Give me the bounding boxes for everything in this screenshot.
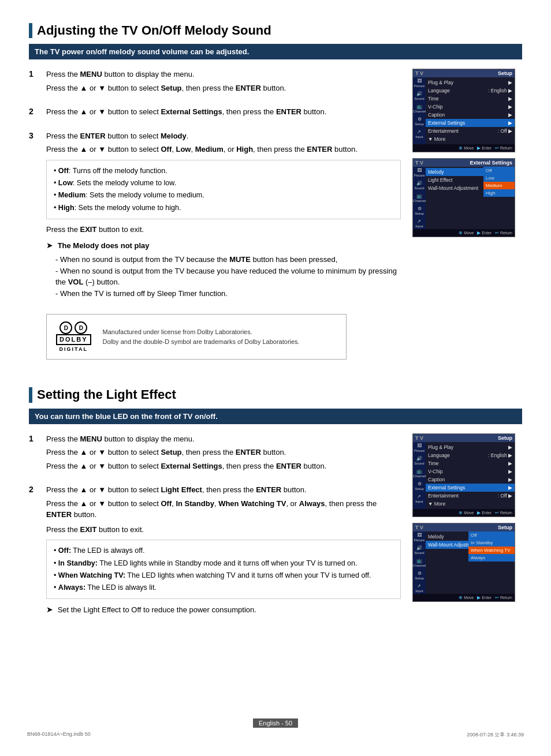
light-icon-input: ↗Input [415, 583, 423, 593]
melody-popup: Off Low Medium High [483, 167, 515, 197]
tv-ext-sidebar: 🖼Picture 🔊Sound 📺Channel ⚙Setup ↗Input M… [413, 167, 515, 229]
note-item-medium: Medium: Sets the melody volume to medium… [54, 189, 393, 201]
tip-item3: When the TV is turned off by Sleep Timer… [55, 288, 401, 300]
tv-label-2: T V [415, 435, 423, 441]
tip-item1: When no sound is output from the TV beca… [55, 254, 401, 265]
menu-item-entertainment: Entertainment: Off ▶ [426, 127, 515, 135]
section2-col-left: 1 Press the MENU button to display the m… [29, 433, 401, 631]
section1: Adjusting the TV On/Off Melody Sound The… [29, 23, 522, 370]
ext-footer-return: ↩ Return [495, 230, 512, 235]
s2-step1-line2: Press the ▲ or ▼ button to select Setup,… [46, 447, 401, 458]
note-item-high: High: Sets the melody volume to high. [54, 202, 393, 214]
tv-menu-icons-1: 🖼Picture 🔊Sound 📺Channel ⚙Setup ↗Input [413, 77, 426, 144]
s2-menu-vchip: V-Chip▶ [426, 467, 515, 476]
s2-menu-caption: Caption▶ [426, 476, 515, 484]
section1-step2: 2 Press the ▲ or ▼ button to select Exte… [29, 106, 401, 120]
s2-icon-sound: 🔊Sound [414, 456, 424, 465]
section1-col-left: 1 Press the MENU button to display the m… [29, 69, 401, 370]
ext-icon-sound: 🔊Sound [414, 181, 424, 190]
step3-content: Press the ENTER button to select Melody.… [46, 130, 401, 304]
section2-note-box: Off: The LED is always off. In Standby: … [46, 540, 401, 599]
section2-exit: Press the EXIT button to exit. [46, 524, 401, 536]
tv-menu-items-1: Plug & Play▶ Language: English ▶ Time▶ V… [426, 77, 515, 144]
section1-title-bar: Adjusting the TV On/Off Melody Sound [29, 23, 522, 38]
tv-title-ext: External Settings [470, 160, 512, 166]
section1-blue-bar [29, 23, 32, 38]
light-popup: Off In Standby When Watching TV Always [468, 532, 515, 562]
tv-ext-icons: 🖼Picture 🔊Sound 📺Channel ⚙Setup ↗Input [413, 167, 426, 229]
s2-step1-num: 1 [29, 433, 46, 474]
page-number-box: English - 50 [253, 718, 298, 728]
inline-menu-wrap-2: T V Setup 🖼Picture 🔊Sound 📺Channel ⚙Setu… [412, 433, 522, 602]
page: Adjusting the TV On/Off Melody Sound The… [0, 0, 551, 756]
step3-num: 3 [29, 130, 46, 304]
section2-col-right: T V Setup 🖼Picture 🔊Sound 📺Channel ⚙Setu… [412, 433, 522, 631]
popup-high: High [483, 189, 515, 197]
tv-menu-items-2: Plug & Play▶ Language: English ▶ Time▶ V… [426, 442, 515, 509]
note-item-low: Low: Sets the melody volume to low. [54, 177, 393, 189]
tv-light-sidebar: 🖼Picture 🔊Sound 📺Channel ⚙Setup ↗Input M… [413, 532, 515, 594]
tv-ext-footer: ⊕ Move ▶ Enter ↩ Return [413, 229, 515, 237]
tip-title-line: ➤ The Melody does not play [46, 239, 401, 252]
s2-menu-time: Time▶ [426, 459, 515, 467]
ext-icon-setup: ⚙Setup [415, 206, 424, 215]
ext-icon-channel: 📺Channel [413, 193, 426, 203]
s2-menu-plug: Plug & Play▶ [426, 443, 515, 451]
s2-menu-more: ▼ More [426, 500, 515, 508]
section1-tip: ➤ The Melody does not play When no sound… [46, 239, 401, 299]
footer-filenames: BN68-01814A~Eng.indb 50 2008-07-28 오후 3:… [27, 731, 524, 739]
dolby-desc2: Dolby and the double-D symbol are tradem… [103, 337, 300, 347]
section2: Setting the Light Effect You can turn th… [29, 387, 522, 631]
section2-title: Setting the Light Effect [37, 387, 176, 402]
tv-light-menu: T V Setup 🖼Picture 🔊Sound 📺Channel ⚙Setu… [412, 523, 515, 602]
popup-low: Low [483, 174, 515, 182]
footer-move: ⊕ Move [459, 145, 474, 151]
tv-title-1: Setup [498, 70, 512, 76]
menu-item-language: Language: English ▶ [426, 87, 515, 95]
section1-title: Adjusting the TV On/Off Melody Sound [37, 23, 271, 38]
tv-light-header: T V Setup [413, 523, 515, 532]
tv-setup-menu-2: T V Setup 🖼Picture 🔊Sound 📺Channel ⚙Setu… [412, 433, 515, 517]
step1-content: Press the MENU button to display the men… [46, 69, 401, 96]
s2-menu-entertainment: Entertainment: Off ▶ [426, 492, 515, 500]
dolby-desc1: Manufactured under license from Dolby La… [103, 327, 300, 337]
tv-light-footer: ⊕ Move ▶ Enter ↩ Return [413, 594, 515, 601]
menu-item-time: Time▶ [426, 95, 515, 103]
section2-step1: 1 Press the MENU button to display the m… [29, 433, 401, 474]
icon-setup: ⚙Setup [415, 117, 424, 126]
step1-num: 1 [29, 69, 46, 96]
light-footer-enter: ▶ Enter [477, 595, 492, 600]
menu-item-more: ▼ More [426, 135, 515, 143]
s2-tip-line: ➤ Set the Light Effect to Off to reduce … [46, 604, 401, 616]
menu-item-ext-hl: External Settings▶ [426, 119, 515, 127]
s2-note-watching: When Watching TV: The LED lights when wa… [54, 570, 393, 582]
light-popup-watching: When Watching TV [468, 547, 515, 554]
tv-title-light: Setup [498, 525, 512, 530]
dolby-description: Manufactured under license from Dolby La… [103, 327, 300, 346]
tv-label-1: T V [415, 70, 423, 76]
step2-num: 2 [29, 106, 46, 120]
tv-ext-header-1: T V External Settings [413, 159, 515, 167]
section2-step2: 2 Press the ▲ or ▼ button to select Ligh… [29, 484, 401, 620]
s2-step2-line1: Press the ▲ or ▼ button to select Light … [46, 484, 401, 496]
s2-footer-enter: ▶ Enter [477, 510, 492, 515]
s2-icon-channel: 📺Channel [413, 469, 426, 478]
tv-menu-sidebar-2: 🖼Picture 🔊Sound 📺Channel ⚙Setup ↗Input P… [413, 442, 515, 509]
dolby-digital-text: DIGITAL [59, 346, 88, 352]
step1-line1: Press the MENU button to display the men… [46, 69, 401, 80]
tv-label-ext: T V [415, 160, 423, 166]
page-footer-area: English - 50 BN68-01814A~Eng.indb 50 200… [0, 718, 551, 739]
light-popup-standby: In Standby [468, 539, 515, 547]
step3-line1: Press the ENTER button to select Melody. [46, 130, 401, 142]
dolby-logo: D D DOLBY DIGITAL [56, 321, 91, 352]
ext-footer-enter: ▶ Enter [477, 230, 492, 235]
section1-exit: Press the EXIT button to exit. [46, 224, 401, 235]
light-footer-move: ⊕ Move [459, 595, 474, 600]
section1-subtitle: The TV power on/off melody sound volume … [29, 44, 522, 59]
s2-note-off: Off: The LED is always off. [54, 545, 393, 557]
tv-label-light: T V [415, 525, 423, 530]
menu-item-caption: Caption▶ [426, 111, 515, 119]
step2-line1: Press the ▲ or ▼ button to select Extern… [46, 106, 401, 118]
light-popup-off: Off [468, 532, 515, 539]
s2-step2-line2: Press the ▲ or ▼ button to select Off, I… [46, 498, 401, 521]
